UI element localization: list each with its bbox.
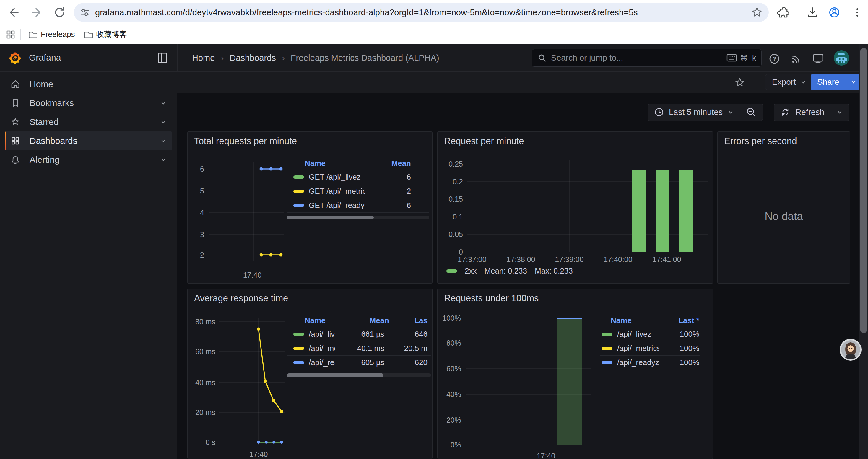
floating-assistant-avatar[interactable] (840, 339, 862, 361)
share-button[interactable]: Share (811, 74, 846, 90)
back-arrow-icon (6, 5, 21, 20)
sidebar-item-label: Starred (30, 117, 59, 127)
series-color-pill (293, 361, 304, 364)
browser-reload-button[interactable] (53, 5, 67, 20)
panel-title[interactable]: Errors per second (724, 136, 797, 146)
export-button[interactable]: Export (765, 74, 813, 90)
profile-icon (828, 6, 841, 19)
news-button[interactable] (789, 52, 803, 66)
legend-row: GET /api/_livez 6 (287, 170, 429, 184)
search-box[interactable]: ⌘+k (532, 49, 762, 67)
help-button[interactable]: ? (768, 52, 781, 66)
legend-col-last[interactable]: Las (389, 316, 428, 325)
legend-max-stat: Max: 0.233 (535, 266, 573, 275)
refresh-interval-button[interactable] (830, 104, 849, 121)
y-tick: 0% (438, 441, 461, 449)
chevron-down-icon (727, 109, 734, 116)
legend-col-name[interactable]: Name (611, 316, 664, 325)
browser-forward-button[interactable] (30, 5, 44, 20)
sidebar-toggle-button[interactable] (156, 52, 169, 64)
y-tick: 3 (192, 230, 204, 239)
y-tick: 6 (192, 165, 204, 173)
sidebar-item-alerting[interactable]: Alerting (5, 150, 172, 169)
downloads-button[interactable] (805, 5, 819, 20)
legend-series-name[interactable]: 2xx (465, 266, 476, 275)
legend-mean-value: 40.1 ms (340, 344, 384, 353)
apps-grid-icon (5, 29, 16, 40)
user-avatar-button[interactable] (834, 50, 849, 66)
favorite-dashboard-button[interactable] (733, 76, 746, 89)
x-tick: 17:40 (534, 452, 558, 459)
display-button[interactable] (811, 52, 825, 66)
chevron-down-icon (160, 137, 167, 144)
y-tick: 2 (192, 251, 204, 259)
legend-scrollbar[interactable] (287, 216, 429, 220)
grafana-logo[interactable] (8, 51, 23, 66)
legend-col-mean[interactable]: Mean (345, 316, 389, 325)
legend-series-name[interactable]: GET /api/_readyz (309, 201, 365, 210)
x-tick: 17:40 (241, 271, 264, 279)
legend-col-last[interactable]: Last * (664, 316, 699, 325)
zoom-out-button[interactable] (740, 104, 763, 121)
panel-request-per-minute: Request per minute 0.25 0.2 0.15 0.1 0.0… (437, 131, 713, 284)
legend-series-name[interactable]: /api/_readyz (617, 358, 659, 367)
breadcrumb-current: Freeleaps Metrics Dashboard (ALPHA) (291, 53, 439, 63)
browser-profile-button[interactable] (827, 5, 841, 20)
breadcrumb: Home › Dashboards › Freeleaps Metrics Da… (192, 44, 439, 71)
legend-scrollbar[interactable] (287, 373, 431, 377)
series-color-pill (602, 361, 613, 364)
share-label: Share (817, 77, 839, 87)
legend-series-name[interactable]: /api/_livez (617, 330, 659, 339)
active-accent-bar (5, 131, 6, 150)
legend-last-value: 100% (664, 344, 699, 353)
sidebar-item-label: Bookmarks (30, 98, 74, 108)
legend-series-name[interactable]: /api/_metrics (309, 344, 335, 353)
sidebar: Home Bookmarks Starred Dashboards Alerti… (0, 72, 177, 459)
legend-series-name[interactable]: /api/_livez (309, 330, 335, 339)
legend-series-name[interactable]: /api/_readyz (309, 358, 335, 367)
sidebar-item-home[interactable]: Home (5, 75, 172, 94)
sidebar-item-starred[interactable]: Starred (5, 112, 172, 131)
search-input[interactable] (551, 53, 722, 63)
clock-icon (654, 107, 664, 117)
legend-series-name[interactable]: GET /api/_metrics (309, 187, 365, 196)
browser-menu-button[interactable] (851, 5, 864, 20)
bookmark-label: Freeleaps (41, 30, 75, 39)
legend-series-name[interactable]: GET /api/_livez (309, 172, 365, 182)
bookmark-folder-blogs[interactable]: 收藏博客 (79, 27, 131, 42)
gridlines (467, 160, 708, 252)
series-color-pill (293, 190, 304, 193)
legend[interactable]: 2xx Mean: 0.233 Max: 0.233 (446, 266, 573, 275)
bookmark-star-icon[interactable] (751, 6, 763, 18)
toolbar-divider (798, 7, 798, 18)
legend-last-value: 100% (664, 358, 699, 367)
legend-col-mean[interactable]: Mean (370, 159, 411, 168)
export-label: Export (772, 77, 796, 87)
bookmarks-bar: Freeleaps 收藏博客 (0, 25, 868, 44)
bar-100-percent (557, 318, 582, 445)
legend-row: /api/_readyz 605 µs 620 (287, 356, 431, 370)
sidebar-item-label: Dashboards (30, 136, 78, 146)
sidebar-item-bookmarks[interactable]: Bookmarks (5, 94, 172, 112)
time-range-picker[interactable]: Last 5 minutes (648, 104, 740, 121)
refresh-button[interactable]: Refresh (774, 104, 830, 121)
legend-col-name[interactable]: Name (305, 316, 345, 325)
y-tick: 60% (438, 364, 461, 373)
legend-last-value: 100% (664, 330, 699, 339)
page-scrollbar-thumb[interactable] (860, 48, 867, 333)
extensions-button[interactable] (776, 5, 790, 20)
legend-series-name[interactable]: /api/_metrics (617, 344, 659, 353)
browser-address-bar[interactable]: grafana.mathmast.com/d/deytv4rwavabkb/fr… (74, 3, 769, 22)
legend-col-name[interactable]: Name (305, 159, 370, 168)
sidebar-item-dashboards[interactable]: Dashboards (5, 131, 172, 150)
browser-back-button[interactable] (6, 5, 21, 20)
legend-row: GET /api/_readyz 6 (287, 198, 429, 213)
breadcrumb-home[interactable]: Home (192, 53, 215, 63)
bookmark-folder-freeleaps[interactable]: Freeleaps (24, 28, 79, 42)
bell-icon (10, 155, 21, 165)
help-icon: ? (768, 53, 780, 65)
apps-grid-button[interactable] (4, 28, 17, 41)
breadcrumb-dashboards[interactable]: Dashboards (229, 53, 276, 63)
monitor-icon (812, 53, 824, 65)
chevron-down-icon (160, 100, 167, 107)
